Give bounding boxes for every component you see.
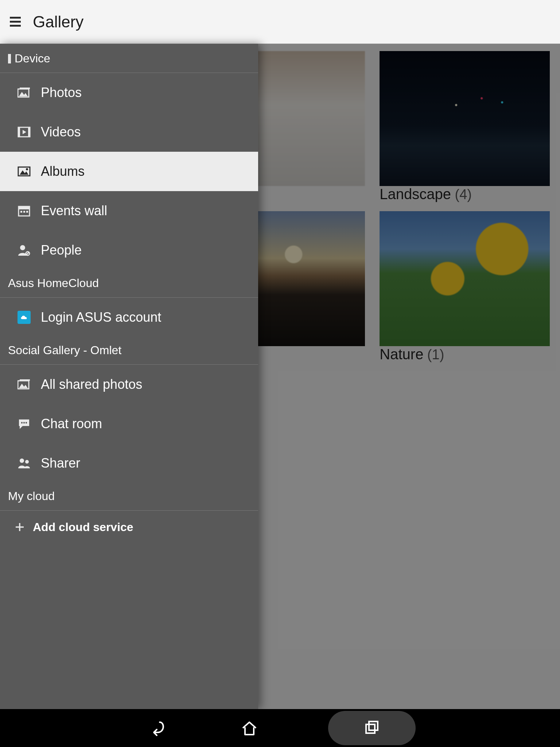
drawer-section-label: My cloud xyxy=(8,489,55,503)
svg-point-27 xyxy=(25,460,29,464)
svg-point-18 xyxy=(20,245,25,250)
drawer-section-device: Device xyxy=(0,44,258,73)
drawer-section-social: Social Gallery - Omlet xyxy=(0,337,258,365)
people-icon xyxy=(18,244,31,256)
drawer-item-label: Chat room xyxy=(41,416,102,431)
navigation-drawer: Device Photos Videos xyxy=(0,44,258,709)
drawer-item-people[interactable]: People xyxy=(0,231,258,270)
svg-rect-7 xyxy=(18,127,20,137)
drawer-item-label: Albums xyxy=(41,164,85,179)
chat-icon xyxy=(18,418,31,430)
hamburger-icon xyxy=(10,17,22,27)
app-header: Gallery xyxy=(0,0,560,44)
drawer-item-label: Events wall xyxy=(41,203,107,218)
homecloud-icon xyxy=(18,311,31,324)
svg-marker-9 xyxy=(23,130,26,134)
photos-icon xyxy=(18,379,31,390)
svg-point-23 xyxy=(21,422,23,423)
sharer-icon xyxy=(18,457,31,469)
svg-rect-1 xyxy=(10,21,21,23)
menu-button[interactable] xyxy=(0,0,32,44)
svg-rect-28 xyxy=(366,724,375,733)
page-title: Gallery xyxy=(33,13,83,31)
drawer-item-label: People xyxy=(41,243,82,258)
recent-icon xyxy=(363,719,381,737)
plus-icon xyxy=(15,522,25,532)
drawer-item-label: Videos xyxy=(41,124,81,140)
svg-rect-15 xyxy=(20,211,22,213)
drawer-item-label: Add cloud service xyxy=(33,520,133,534)
drawer-item-events-wall[interactable]: Events wall xyxy=(0,191,258,231)
nav-back-button[interactable] xyxy=(144,715,171,741)
system-navbar xyxy=(0,709,560,747)
drawer-item-chat-room[interactable]: Chat room xyxy=(0,404,258,444)
drawer-item-videos[interactable]: Videos xyxy=(0,112,258,152)
svg-point-24 xyxy=(23,422,25,423)
drawer-section-label: Social Gallery - Omlet xyxy=(8,344,121,357)
svg-rect-0 xyxy=(10,17,21,19)
svg-marker-5 xyxy=(19,92,28,96)
svg-rect-29 xyxy=(369,721,378,730)
nav-recent-button[interactable] xyxy=(359,715,385,741)
svg-point-25 xyxy=(26,422,27,423)
drawer-section-label: Asus HomeCloud xyxy=(8,276,99,290)
drawer-item-label: Login ASUS account xyxy=(41,310,161,325)
drawer-item-label: Sharer xyxy=(41,456,80,471)
nav-home-button[interactable] xyxy=(236,715,262,741)
drawer-section-label: Device xyxy=(15,52,50,65)
back-icon xyxy=(149,719,166,737)
drawer-item-login-asus[interactable]: Login ASUS account xyxy=(0,298,258,337)
photos-icon xyxy=(18,87,31,98)
svg-rect-21 xyxy=(20,379,30,381)
drawer-section-homecloud: Asus HomeCloud xyxy=(0,270,258,298)
svg-rect-17 xyxy=(26,211,28,213)
nav-recent-wrap xyxy=(328,711,416,745)
svg-point-26 xyxy=(20,458,24,463)
svg-rect-4 xyxy=(20,88,30,89)
svg-rect-2 xyxy=(10,25,21,27)
section-marker-icon xyxy=(8,54,11,63)
svg-rect-16 xyxy=(23,211,25,213)
drawer-item-shared-photos[interactable]: All shared photos xyxy=(0,365,258,404)
svg-marker-22 xyxy=(19,384,28,388)
drawer-item-sharer[interactable]: Sharer xyxy=(0,444,258,483)
drawer-item-label: Photos xyxy=(41,85,82,100)
drawer-item-photos[interactable]: Photos xyxy=(0,73,258,112)
svg-rect-14 xyxy=(19,206,30,209)
svg-rect-8 xyxy=(28,127,30,137)
home-icon xyxy=(241,719,258,737)
drawer-item-label: All shared photos xyxy=(41,377,142,392)
svg-point-12 xyxy=(26,168,28,170)
drawer-item-albums[interactable]: Albums xyxy=(0,152,258,191)
albums-icon xyxy=(18,166,31,177)
videos-icon xyxy=(18,127,31,138)
drawer-section-mycloud: My cloud xyxy=(0,483,258,511)
calendar-icon xyxy=(18,205,31,217)
drawer-item-add-cloud[interactable]: Add cloud service xyxy=(0,511,258,543)
svg-marker-11 xyxy=(20,170,28,175)
